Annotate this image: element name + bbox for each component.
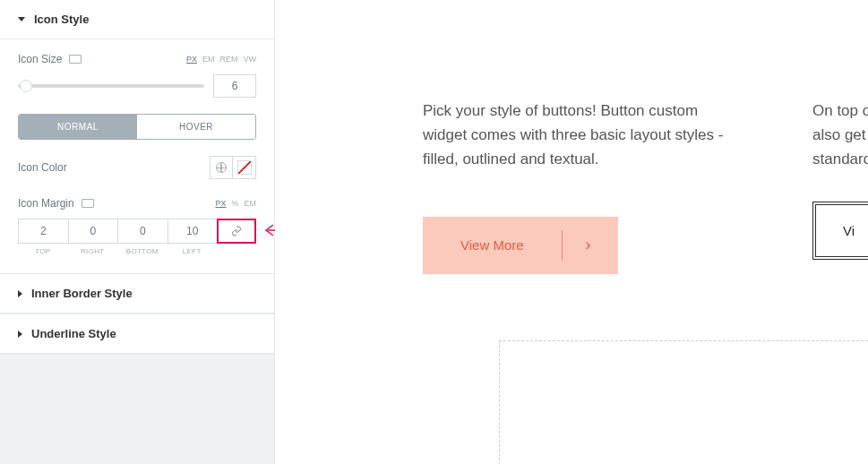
- margin-bottom-input[interactable]: [117, 219, 168, 244]
- global-color-button[interactable]: [210, 156, 233, 179]
- caret-right-icon: [18, 331, 22, 338]
- section-title: Underline Style: [31, 327, 116, 340]
- globe-icon: [216, 162, 227, 173]
- caret-right-icon: [18, 290, 22, 297]
- tab-hover[interactable]: HOVER: [137, 115, 255, 139]
- section-inner-border[interactable]: Inner Border Style: [0, 273, 274, 314]
- none-color-swatch: [237, 160, 252, 175]
- label-right: RIGHT: [68, 247, 118, 255]
- icon-margin-label: Icon Margin: [18, 197, 94, 210]
- unit-pct[interactable]: %: [231, 199, 238, 208]
- margin-right-input[interactable]: [68, 219, 118, 244]
- icon-size-units: PX EM REM VW: [186, 55, 256, 64]
- sidebar-spacer: [0, 354, 274, 464]
- desktop-icon[interactable]: [82, 199, 94, 208]
- icon-size-slider[interactable]: [18, 84, 204, 88]
- section-title: Icon Style: [34, 13, 89, 26]
- view-more-button-outlined[interactable]: Vi: [812, 202, 868, 260]
- unit-em[interactable]: EM: [202, 55, 215, 64]
- preview-text-1: Pick your style of buttons! Button custo…: [423, 99, 745, 172]
- margin-top-input[interactable]: [18, 219, 68, 244]
- section-icon-style[interactable]: Icon Style: [0, 0, 274, 39]
- button-label: View More: [423, 237, 562, 253]
- unit-px[interactable]: PX: [186, 55, 197, 64]
- unit-px[interactable]: PX: [215, 199, 226, 208]
- label-bottom: BOTTOM: [117, 247, 168, 255]
- slider-thumb[interactable]: [20, 80, 32, 92]
- label-left: LEFT: [168, 247, 218, 255]
- color-picker-button[interactable]: [233, 156, 256, 179]
- link-icon: [231, 226, 242, 236]
- label-top: TOP: [18, 247, 68, 255]
- unit-em[interactable]: EM: [245, 199, 257, 208]
- section-title: Inner Border Style: [31, 287, 133, 300]
- chevron-right-icon: ›: [563, 236, 618, 254]
- desktop-icon[interactable]: [69, 55, 82, 64]
- button-label: Vi: [815, 204, 868, 257]
- preview-text-2: On top o also get standard: [812, 99, 868, 172]
- icon-size-label: Icon Size: [18, 53, 82, 65]
- tab-normal[interactable]: NORMAL: [19, 115, 137, 139]
- link-values-button[interactable]: [217, 219, 256, 244]
- section-underline[interactable]: Underline Style: [0, 314, 274, 354]
- icon-margin-units: PX % EM: [215, 199, 256, 208]
- margin-left-input[interactable]: [168, 219, 218, 244]
- empty-section-placeholder[interactable]: [499, 340, 868, 464]
- icon-size-input[interactable]: [213, 74, 256, 98]
- icon-color-label: Icon Color: [18, 161, 67, 174]
- unit-vw[interactable]: VW: [244, 55, 257, 64]
- view-more-button-filled[interactable]: View More ›: [423, 217, 618, 274]
- state-tabs: NORMAL HOVER: [18, 114, 256, 140]
- caret-down-icon: [18, 17, 25, 21]
- unit-rem[interactable]: REM: [220, 55, 238, 64]
- separator: [562, 230, 563, 261]
